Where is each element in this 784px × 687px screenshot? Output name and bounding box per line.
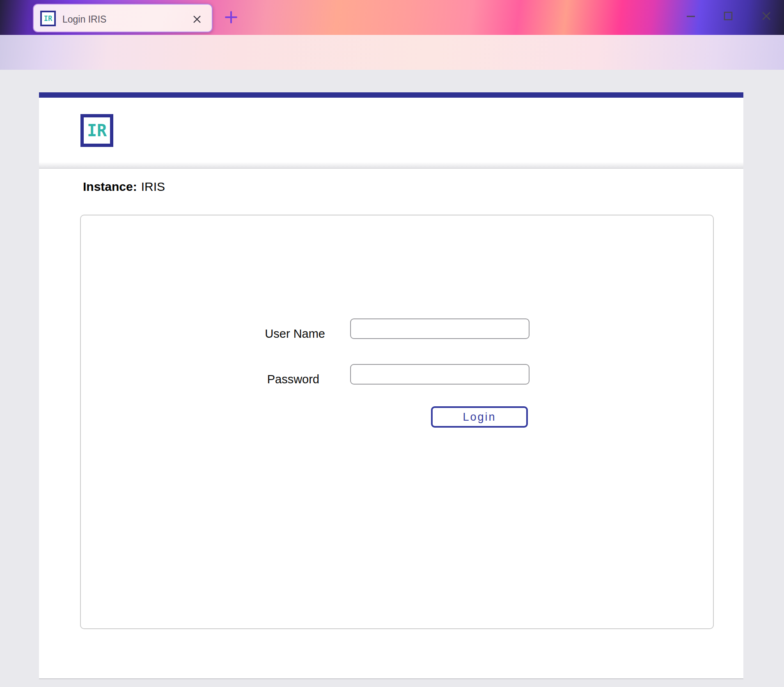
portal-panel: IR Instance:IRIS User Name Password Logi… [39,92,743,679]
active-tab[interactable]: IR Login IRIS [33,4,213,32]
iris-logo: IR [80,114,113,147]
portal-top-accent-bar [39,92,743,98]
page-viewport: IR Instance:IRIS User Name Password Logi… [0,70,784,687]
browser-nav-bar: localhost:52773/csp/sys/%25CSP.Portal.Ho… [0,35,784,70]
username-label: User Name [81,326,325,341]
tab-close-icon[interactable] [192,14,202,24]
tab-favicon: IR [40,11,56,26]
new-tab-button[interactable] [224,10,238,25]
password-label: Password [81,372,319,387]
login-button[interactable]: Login [431,406,528,428]
login-form-panel: User Name Password Login [80,215,714,629]
header-separator [39,162,743,169]
password-input[interactable] [350,364,530,385]
window-minimize-button[interactable] [682,7,699,25]
tab-title: Login IRIS [62,14,106,25]
username-input[interactable] [350,318,530,339]
browser-tab-bar: IR Login IRIS [0,0,784,35]
instance-label: Instance: [83,180,137,193]
instance-value: IRIS [141,180,165,193]
instance-line: Instance:IRIS [83,180,165,194]
window-close-button[interactable] [758,7,775,25]
window-maximize-button[interactable] [720,7,737,25]
